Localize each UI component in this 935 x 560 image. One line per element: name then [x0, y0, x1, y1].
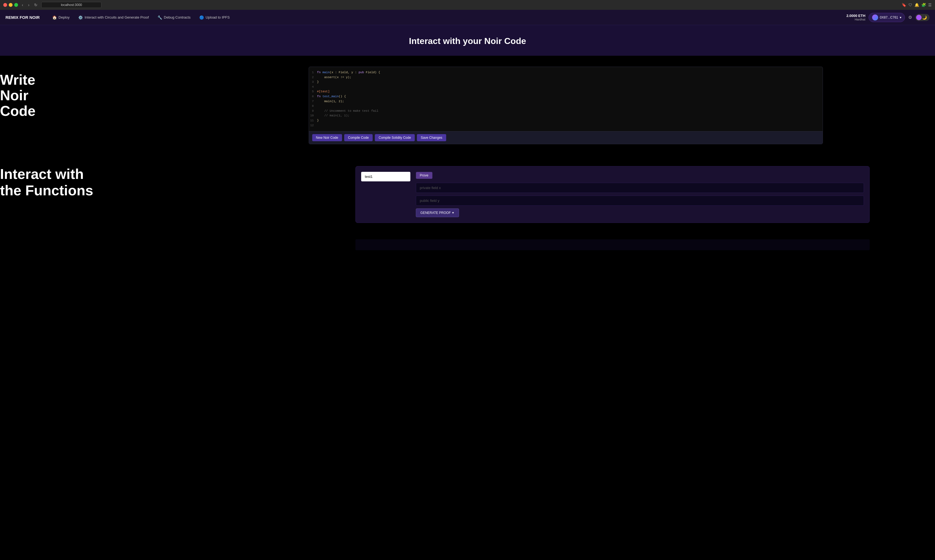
line-content-7: main(1, 2); — [317, 99, 344, 104]
line-num-2: 2 — [309, 75, 317, 80]
eth-network: Hardhat — [846, 18, 865, 21]
line-num-1: 1 — [309, 70, 317, 75]
line-content-1: fn main(x : Field, y : pub Field) { — [317, 70, 380, 75]
write-label-line3: Code — [0, 103, 35, 119]
write-label-line2: Noir — [0, 88, 35, 103]
nav-interact[interactable]: ⚙️ Interact with Circuits and Generate P… — [74, 10, 153, 25]
code-line-3: 3 } — [309, 80, 822, 85]
code-line-10: 10 // main(1, 1); — [309, 113, 822, 118]
maximize-btn[interactable] — [14, 3, 18, 7]
extensions-icon: 🧩 — [921, 3, 926, 7]
interact-section: Interact with the Functions test1 Prove … — [0, 144, 935, 234]
code-line-6: 6 fn test_main() { — [309, 94, 822, 99]
compile-solidity-button[interactable]: Compile Solidity Code — [375, 134, 415, 141]
code-editor-inner[interactable]: 1 fn main(x : Field, y : pub Field) { 2 … — [309, 67, 822, 131]
toggle-knob — [916, 15, 922, 20]
eth-balance: 2.0000 ETH Hardhat — [846, 14, 865, 21]
hero-title: Interact with your Noir Code — [0, 36, 935, 46]
write-label-line1: Write — [0, 72, 35, 88]
eth-amount: 2.0000 ETH — [846, 14, 865, 18]
back-button[interactable]: ‹ — [21, 2, 24, 8]
nav-items: 🏠 Deploy ⚙️ Interact with Circuits and G… — [48, 10, 846, 25]
line-num-8: 8 — [309, 104, 317, 109]
navbar: REMIX FOR NOIR 🏠 Deploy ⚙️ Interact with… — [0, 10, 935, 25]
compile-button[interactable]: Compile Code — [344, 134, 373, 141]
code-line-2: 2 assert(x != y); — [309, 75, 822, 80]
minimize-btn[interactable] — [9, 3, 12, 7]
private-field-x-input[interactable] — [416, 183, 864, 193]
function-list: test1 — [361, 172, 410, 217]
line-content-11: } — [317, 118, 319, 123]
line-num-5: 5 — [309, 89, 317, 94]
debug-icon: 🔧 — [157, 15, 162, 20]
theme-toggle[interactable]: 🌙 — [915, 14, 930, 21]
nav-ipfs-label: Upload to IPFS — [205, 15, 230, 19]
browser-controls — [3, 3, 18, 7]
bookmark-icon: 🔖 — [902, 3, 906, 7]
line-content-2: assert(x != y); — [317, 75, 351, 80]
menu-icon[interactable]: ☰ — [928, 3, 932, 7]
interact-icon: ⚙️ — [78, 15, 83, 20]
save-changes-button[interactable]: Save Changes — [417, 134, 446, 141]
tab-prove[interactable]: Prove — [416, 172, 432, 179]
settings-icon[interactable]: ⚙ — [908, 15, 912, 20]
public-field-y-input[interactable] — [416, 195, 864, 206]
code-toolbar: New Noir Code Compile Code Compile Solid… — [309, 131, 822, 144]
code-line-7: 7 main(1, 2); — [309, 99, 822, 104]
browser-actions: 🔖 🛡 🔔 🧩 ☰ — [902, 3, 932, 7]
line-content-6: fn test_main() { — [317, 94, 346, 99]
shield-icon: 🛡 — [909, 3, 912, 7]
bottom-stub — [355, 239, 870, 250]
function-detail: Prove GENERATE PROOF ✦ — [416, 172, 864, 217]
code-line-11: 11 } — [309, 118, 822, 123]
code-line-1: 1 fn main(x : Field, y : pub Field) { — [309, 70, 822, 75]
wallet-button[interactable]: 0X87...C761 ▾ — [869, 13, 905, 22]
new-noir-button[interactable]: New Noir Code — [312, 134, 342, 141]
interact-label-line2: the Functions — [0, 183, 93, 199]
line-num-7: 7 — [309, 99, 317, 104]
line-content-9: // Uncomment to make test fail — [317, 109, 378, 114]
code-line-5: 5 #[test] — [309, 89, 822, 94]
deploy-icon: 🏠 — [52, 15, 57, 20]
line-content-3: } — [317, 80, 319, 85]
line-content-10: // main(1, 1); — [317, 113, 350, 118]
nav-interact-label: Interact with Circuits and Generate Proo… — [85, 15, 149, 19]
line-num-3: 3 — [309, 80, 317, 85]
tab-bar: Prove — [416, 172, 864, 179]
interact-panel: test1 Prove GENERATE PROOF ✦ — [355, 166, 870, 223]
wallet-avatar — [872, 14, 878, 20]
code-line-8: 8 — [309, 104, 822, 109]
nav-debug-label: Debug Contracts — [164, 15, 191, 19]
nav-deploy-label: Deploy — [59, 15, 69, 19]
close-btn[interactable] — [3, 3, 7, 7]
line-num-6: 6 — [309, 94, 317, 99]
main-content: Write Noir Code 1 fn main(x : Field, y :… — [0, 56, 935, 267]
code-line-9: 9 // Uncomment to make test fail — [309, 109, 822, 114]
hero-section: Interact with your Noir Code — [0, 25, 935, 56]
code-editor-container: 1 fn main(x : Field, y : pub Field) { 2 … — [309, 67, 823, 144]
address-bar[interactable]: localhost:3000 — [41, 2, 102, 8]
line-num-4: 4 — [309, 85, 317, 89]
code-editor[interactable]: 1 fn main(x : Field, y : pub Field) { 2 … — [309, 67, 823, 144]
interact-label-line1: Interact with — [0, 166, 93, 183]
function-item-test1[interactable]: test1 — [361, 172, 410, 182]
nav-ipfs[interactable]: 🔵 Upload to IPFS — [195, 10, 234, 25]
wallet-address: 0X87...C761 — [880, 15, 898, 19]
line-num-9: 9 — [309, 109, 317, 114]
brand-logo: REMIX FOR NOIR — [5, 15, 40, 20]
interact-label: Interact with the Functions — [0, 166, 93, 199]
forward-button[interactable]: › — [27, 2, 31, 8]
refresh-button[interactable]: ↻ — [33, 2, 39, 8]
generate-proof-button[interactable]: GENERATE PROOF ✦ — [416, 208, 459, 217]
browser-bar: ‹ › ↻ localhost:3000 🔖 🛡 🔔 🧩 ☰ — [0, 0, 935, 10]
nav-deploy[interactable]: 🏠 Deploy — [48, 10, 74, 25]
write-noir-label: Write Noir Code — [0, 72, 35, 119]
nav-debug[interactable]: 🔧 Debug Contracts — [153, 10, 195, 25]
line-num-11: 11 — [309, 118, 317, 123]
ipfs-icon: 🔵 — [199, 15, 204, 20]
moon-icon: 🌙 — [922, 15, 927, 20]
code-line-12: 12 — [309, 123, 822, 128]
notification-icon: 🔔 — [915, 3, 919, 7]
line-num-12: 12 — [309, 123, 317, 128]
nav-right: 2.0000 ETH Hardhat 0X87...C761 ▾ ⚙ 🌙 — [846, 13, 930, 22]
